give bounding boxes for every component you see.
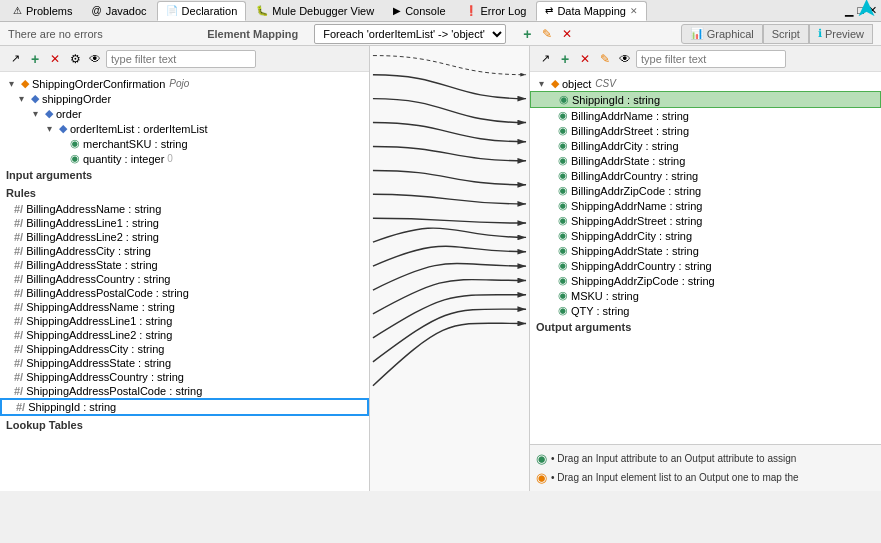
string-icon: ◉ [559,93,569,106]
mapping-select[interactable]: Foreach 'orderItemList' -> 'object' [314,24,506,44]
right-item-shippingaddrcountry[interactable]: ◉ ShippingAddrCountry : string [530,258,881,273]
rule-shippingaddresscity[interactable]: #/ ShippingAddressCity : string [0,342,369,356]
tab-console-label: Console [405,5,445,17]
right-item-qty[interactable]: ◉ QTY : string [530,303,881,318]
tree-label: BillingAddrCity : string [571,140,679,152]
left-tool-delete[interactable]: ✕ [46,50,64,68]
tab-problems[interactable]: ⚠ Problems [4,1,81,21]
string-icon: ◉ [558,169,568,182]
tree-label: orderItemList : orderItemList [70,123,208,135]
hint-text-2: • Drag an Input element list to an Outpu… [551,472,799,483]
string-icon: ◉ [558,139,568,152]
right-tool-view[interactable]: 👁 [616,50,634,68]
tab-errorlog[interactable]: ❗ Error Log [456,1,536,21]
rule-billingaddresscountry[interactable]: #/ BillingAddressCountry : string [0,272,369,286]
left-tool-settings[interactable]: ⚙ [66,50,84,68]
tab-preview[interactable]: ℹ Preview [809,24,873,44]
hash-icon: #/ [14,329,23,341]
rule-shippingaddressstate[interactable]: #/ ShippingAddressState : string [0,356,369,370]
rule-billingaddressname[interactable]: #/ BillingAddressName : string [0,202,369,216]
right-item-shippingaddrcity[interactable]: ◉ ShippingAddrCity : string [530,228,881,243]
right-item-shippingaddrstreet[interactable]: ◉ ShippingAddrStreet : string [530,213,881,228]
tab-mule-debugger[interactable]: 🐛 Mule Debugger View [247,1,383,21]
expand-icon: ▾ [14,93,28,104]
right-item-billingaddrstate[interactable]: ◉ BillingAddrState : string [530,153,881,168]
right-item-shippingaddrzipcode[interactable]: ◉ ShippingAddrZipCode : string [530,273,881,288]
rule-shippingaddressline1[interactable]: #/ ShippingAddressLine1 : string [0,314,369,328]
section-output-args: Output arguments [530,318,881,336]
rule-billingaddressline1[interactable]: #/ BillingAddressLine1 : string [0,216,369,230]
edit-mapping-btn[interactable]: ✎ [538,25,556,43]
tab-declaration[interactable]: 📄 Declaration [157,1,247,21]
right-tree-object[interactable]: ▾ ◆ object CSV [530,76,881,91]
right-item-shippingaddrname[interactable]: ◉ ShippingAddrName : string [530,198,881,213]
right-item-msku[interactable]: ◉ MSKU : string [530,288,881,303]
tree-item-quantity[interactable]: ◉ quantity : integer 0 [0,151,369,166]
rule-shippingaddressline2[interactable]: #/ ShippingAddressLine2 : string [0,328,369,342]
expand-icon: ▾ [42,123,56,134]
section-lookup-tables: Lookup Tables [0,416,369,434]
hash-icon: #/ [14,385,23,397]
rule-label: ShippingAddressLine1 : string [26,315,172,327]
right-tool-delete[interactable]: ✕ [576,50,594,68]
tab-declaration-label: Declaration [182,5,238,17]
string-icon: ◉ [558,199,568,212]
tree-label: ShippingAddrZipCode : string [571,275,715,287]
right-item-shippingaddrstate[interactable]: ◉ ShippingAddrState : string [530,243,881,258]
left-tool-cursor[interactable]: ↗ [6,50,24,68]
right-item-billingaddrzipcode[interactable]: ◉ BillingAddrZipCode : string [530,183,881,198]
tree-item-orderitemlist[interactable]: ▾ ◆ orderItemList : orderItemList [0,121,369,136]
tab-graphical[interactable]: 📊 Graphical [681,24,763,44]
arrow-indicator: ➤ [853,0,879,18]
tree-item-shippingorder[interactable]: ▾ ◆ shippingOrder [0,91,369,106]
tab-javadoc[interactable]: @ Javadoc [82,1,155,21]
right-item-billingaddrcity[interactable]: ◉ BillingAddrCity : string [530,138,881,153]
rule-shippingaddresspostalcode[interactable]: #/ ShippingAddressPostalCode : string [0,384,369,398]
right-item-billingaddrcountry[interactable]: ◉ BillingAddrCountry : string [530,168,881,183]
tab-bar: ⚠ Problems @ Javadoc 📄 Declaration 🐛 Mul… [0,0,881,22]
tree-label: quantity : integer [83,153,164,165]
left-tool-view[interactable]: 👁 [86,50,104,68]
add-mapping-btn[interactable]: + [518,25,536,43]
right-tool-edit[interactable]: ✎ [596,50,614,68]
tree-item-merchantsku[interactable]: ◉ merchantSKU : string [0,136,369,151]
tree-label: ShippingAddrState : string [571,245,699,257]
rule-label: BillingAddressCity : string [26,245,151,257]
rule-shippingid[interactable]: #/ ShippingId : string [0,398,369,416]
right-item-billingaddrstreet[interactable]: ◉ BillingAddrStreet : string [530,123,881,138]
tab-graphical-label: Graphical [707,28,754,40]
obj-icon: ◆ [31,92,39,105]
tree-item-shipping-confirmation[interactable]: ▾ ◆ ShippingOrderConfirmation Pojo [0,76,369,91]
string-icon: ◉ [558,124,568,137]
right-item-billingaddrname[interactable]: ◉ BillingAddrName : string [530,108,881,123]
left-toolbar: ↗ + ✕ ⚙ 👁 [0,46,369,72]
element-mapping-label: Element Mapping [207,28,298,40]
string-icon: ◉ [558,154,568,167]
rule-billingaddresspostalcode[interactable]: #/ BillingAddressPostalCode : string [0,286,369,300]
rule-billingaddresscity[interactable]: #/ BillingAddressCity : string [0,244,369,258]
tab-console[interactable]: ▶ Console [384,1,454,21]
tab-script[interactable]: Script [763,24,809,44]
rule-billingaddressline2[interactable]: #/ BillingAddressLine2 : string [0,230,369,244]
csv-icon: ◆ [551,77,559,90]
rule-shippingaddressname[interactable]: #/ ShippingAddressName : string [0,300,369,314]
left-filter-input[interactable] [106,50,256,68]
tab-datamapping[interactable]: ⇄ Data Mapping ✕ [536,1,647,21]
right-item-shippingid[interactable]: ◉ ShippingId : string [530,91,881,108]
delete-mapping-btn[interactable]: ✕ [558,25,576,43]
left-tool-add[interactable]: + [26,50,44,68]
rule-label: BillingAddressCountry : string [26,273,170,285]
right-panel: ↗ + ✕ ✎ 👁 ▾ ◆ object CSV ◉ ShippingId : … [530,46,881,491]
tab-javadoc-label: Javadoc [106,5,147,17]
right-filter-input[interactable] [636,50,786,68]
tree-item-order[interactable]: ▾ ◆ order [0,106,369,121]
tree-label: MSKU : string [571,290,639,302]
tree-label: ShippingAddrCity : string [571,230,692,242]
right-tool-cursor[interactable]: ↗ [536,50,554,68]
tree-label: ShippingId : string [572,94,660,106]
right-tool-add[interactable]: + [556,50,574,68]
datamapping-close[interactable]: ✕ [630,6,638,16]
rule-shippingaddresscountry[interactable]: #/ ShippingAddressCountry : string [0,370,369,384]
rule-billingaddressstate[interactable]: #/ BillingAddressState : string [0,258,369,272]
hash-icon: #/ [14,315,23,327]
